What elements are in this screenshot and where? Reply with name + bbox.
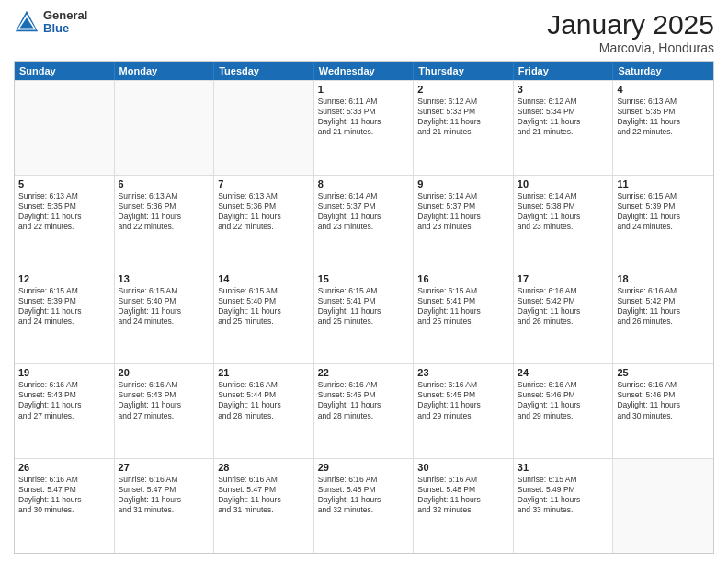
cell-line: Sunrise: 6:15 AM	[417, 286, 509, 296]
cell-line: Daylight: 11 hours	[119, 212, 210, 222]
cell-line: Daylight: 11 hours	[18, 495, 110, 505]
cell-line: Daylight: 11 hours	[518, 306, 609, 316]
cal-cell-0-6: 4Sunrise: 6:13 AMSunset: 5:35 PMDaylight…	[613, 81, 713, 175]
cell-line: Daylight: 11 hours	[18, 212, 110, 222]
cell-line: Sunset: 5:34 PM	[518, 107, 609, 117]
cell-line: and 30 minutes.	[617, 411, 710, 421]
cell-line: Sunset: 5:44 PM	[218, 390, 310, 400]
cal-cell-0-3: 1Sunrise: 6:11 AMSunset: 5:33 PMDaylight…	[314, 81, 415, 175]
day-number: 26	[18, 462, 110, 473]
cell-line: Daylight: 11 hours	[18, 400, 110, 410]
cal-cell-4-0: 26Sunrise: 6:16 AMSunset: 5:47 PMDayligh…	[15, 459, 115, 553]
cell-line: Daylight: 11 hours	[518, 212, 609, 222]
logo: General Blue	[14, 9, 87, 36]
cell-line: Daylight: 11 hours	[119, 495, 210, 505]
cell-line: Sunset: 5:36 PM	[218, 201, 310, 212]
cell-line: Sunset: 5:43 PM	[119, 390, 210, 400]
calendar-row-4: 26Sunrise: 6:16 AMSunset: 5:47 PMDayligh…	[15, 458, 713, 553]
cal-cell-1-4: 9Sunrise: 6:14 AMSunset: 5:37 PMDaylight…	[414, 176, 514, 270]
cal-cell-3-4: 23Sunrise: 6:16 AMSunset: 5:45 PMDayligh…	[414, 364, 514, 458]
cell-line: Sunrise: 6:16 AM	[18, 475, 110, 485]
cell-line: Daylight: 11 hours	[518, 400, 609, 410]
cal-cell-1-2: 7Sunrise: 6:13 AMSunset: 5:36 PMDaylight…	[214, 176, 314, 270]
cell-line: and 31 minutes.	[119, 505, 210, 515]
cell-line: Sunrise: 6:16 AM	[119, 475, 210, 485]
cell-line: and 22 minutes.	[119, 222, 210, 232]
cell-line: and 22 minutes.	[218, 222, 310, 232]
day-number: 28	[218, 462, 310, 473]
cell-line: Sunrise: 6:14 AM	[518, 191, 609, 201]
cell-line: Daylight: 11 hours	[318, 495, 410, 505]
cell-line: Sunset: 5:48 PM	[318, 485, 410, 495]
cell-line: Sunset: 5:47 PM	[218, 485, 310, 495]
day-number: 29	[318, 462, 410, 473]
logo-text: General Blue	[43, 9, 87, 36]
day-number: 1	[318, 84, 410, 95]
cell-line: Sunrise: 6:16 AM	[518, 286, 609, 296]
day-number: 13	[119, 273, 210, 284]
cell-line: and 24 minutes.	[617, 222, 710, 232]
cell-line: Daylight: 11 hours	[518, 495, 609, 505]
cell-line: and 23 minutes.	[417, 222, 509, 232]
day-number: 15	[318, 273, 410, 284]
day-number: 31	[518, 462, 609, 473]
day-number: 22	[318, 367, 410, 378]
day-number: 16	[417, 273, 509, 284]
cell-line: Sunrise: 6:12 AM	[518, 97, 609, 107]
cal-cell-4-4: 30Sunrise: 6:16 AMSunset: 5:48 PMDayligh…	[414, 459, 514, 553]
cell-line: Daylight: 11 hours	[318, 400, 410, 410]
logo-icon	[14, 9, 40, 35]
cell-line: and 27 minutes.	[119, 411, 210, 421]
day-number: 14	[218, 273, 310, 284]
cell-line: Sunset: 5:37 PM	[318, 201, 410, 212]
day-number: 9	[417, 178, 509, 190]
day-number: 3	[518, 84, 609, 95]
cell-line: and 22 minutes.	[617, 127, 710, 137]
cell-line: Sunrise: 6:16 AM	[417, 475, 509, 485]
cal-cell-4-3: 29Sunrise: 6:16 AMSunset: 5:48 PMDayligh…	[314, 459, 415, 553]
day-number: 4	[617, 84, 710, 95]
cell-line: and 21 minutes.	[318, 127, 410, 137]
weekday-header-friday: Friday	[514, 62, 614, 80]
cell-line: Sunset: 5:46 PM	[518, 390, 609, 400]
day-number: 2	[417, 84, 509, 95]
cell-line: and 26 minutes.	[518, 316, 609, 327]
cell-line: Daylight: 11 hours	[218, 495, 310, 505]
cell-line: and 25 minutes.	[218, 316, 310, 327]
cell-line: Daylight: 11 hours	[18, 306, 110, 316]
header: General Blue January 2025 Marcovia, Hond…	[14, 9, 714, 55]
cell-line: and 21 minutes.	[417, 127, 509, 137]
day-number: 12	[18, 273, 110, 284]
cal-cell-2-1: 13Sunrise: 6:15 AMSunset: 5:40 PMDayligh…	[115, 270, 215, 364]
cell-line: and 25 minutes.	[318, 316, 410, 327]
cell-line: Daylight: 11 hours	[119, 400, 210, 410]
cell-line: Sunset: 5:33 PM	[318, 107, 410, 117]
cell-line: and 30 minutes.	[18, 505, 110, 515]
cell-line: Sunset: 5:42 PM	[617, 296, 710, 306]
cell-line: Sunset: 5:48 PM	[417, 485, 509, 495]
cal-cell-1-1: 6Sunrise: 6:13 AMSunset: 5:36 PMDaylight…	[115, 176, 215, 270]
calendar-row-0: 1Sunrise: 6:11 AMSunset: 5:33 PMDaylight…	[15, 80, 713, 175]
cell-line: and 25 minutes.	[417, 316, 509, 327]
cell-line: Sunrise: 6:16 AM	[119, 380, 210, 390]
cell-line: and 28 minutes.	[218, 411, 310, 421]
cell-line: Sunrise: 6:16 AM	[18, 380, 110, 390]
cell-line: Sunset: 5:37 PM	[417, 201, 509, 212]
cell-line: Sunset: 5:33 PM	[417, 107, 509, 117]
day-number: 24	[518, 367, 609, 378]
cell-line: Daylight: 11 hours	[617, 400, 710, 410]
logo-blue-text: Blue	[43, 22, 87, 35]
day-number: 23	[417, 367, 509, 378]
cell-line: Sunrise: 6:14 AM	[417, 191, 509, 201]
calendar-row-1: 5Sunrise: 6:13 AMSunset: 5:35 PMDaylight…	[15, 175, 713, 270]
cell-line: and 33 minutes.	[518, 505, 609, 515]
cell-line: Sunset: 5:40 PM	[119, 296, 210, 306]
cal-cell-4-5: 31Sunrise: 6:15 AMSunset: 5:49 PMDayligh…	[514, 459, 614, 553]
day-number: 20	[119, 367, 210, 378]
day-number: 10	[518, 178, 609, 190]
cal-cell-0-1	[115, 81, 215, 175]
cell-line: Daylight: 11 hours	[518, 117, 609, 127]
cell-line: Daylight: 11 hours	[617, 117, 710, 127]
cell-line: Sunrise: 6:15 AM	[318, 286, 410, 296]
day-number: 7	[218, 178, 310, 190]
